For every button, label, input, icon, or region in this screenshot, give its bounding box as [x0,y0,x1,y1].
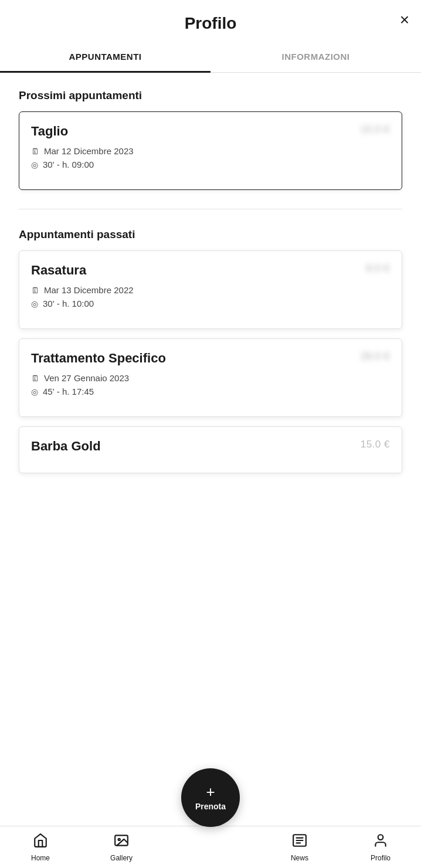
profilo-icon [373,833,388,852]
header: Profilo × [0,0,421,42]
past-appointment-name-0: Rasatura [31,263,86,278]
clock-icon-0: ◎ [31,299,38,308]
news-icon [292,833,307,852]
bottom-nav: Home Gallery News [0,826,421,868]
nav-label-news: News [291,854,308,862]
nav-item-home[interactable]: Home [0,833,81,862]
past-duration-time-1: 45' - h. 17:45 [43,386,94,396]
gallery-icon [114,833,129,852]
past-date-row-1: 🗓 Ven 27 Gennaio 2023 [31,373,390,383]
past-appointment-card-0[interactable]: Rasatura 8.0 € 🗓 Mar 13 Dicembre 2022 ◎ … [19,250,402,329]
home-icon [33,833,48,852]
past-appointment-card-1[interactable]: Trattamento Specifico 28.0 € 🗓 Ven 27 Ge… [19,338,402,417]
upcoming-appointment-card[interactable]: Taglio 15.0 € 🗓 Mar 12 Dicembre 2023 ◎ 3… [19,111,402,190]
past-appointment-price-2: 15.0 € [361,439,390,450]
prenota-button[interactable]: + Prenota [181,768,240,827]
nav-label-profilo: Profilo [371,854,391,862]
nav-item-gallery[interactable]: Gallery [81,833,162,862]
clock-icon: ◎ [31,160,38,169]
fab-label: Prenota [195,802,226,811]
card-header-1: Trattamento Specifico 28.0 € [31,351,390,366]
page-title: Profilo [185,14,237,33]
past-appointment-card-2-partial[interactable]: Barba Gold 15.0 € [19,426,402,473]
appointment-duration-time: 30' - h. 09:00 [43,160,94,169]
past-section: Appuntamenti passati Rasatura 8.0 € 🗓 Ma… [19,228,402,473]
tab-informazioni[interactable]: INFORMAZIONI [210,42,421,73]
past-time-row-1: ◎ 45' - h. 17:45 [31,386,390,396]
nav-item-news[interactable]: News [259,833,340,862]
past-date-1: Ven 27 Gennaio 2023 [44,373,129,383]
past-appointment-name-1: Trattamento Specifico [31,351,166,366]
close-button[interactable]: × [400,12,409,28]
tabs-container: APPUNTAMENTI INFORMAZIONI [0,42,421,73]
past-duration-time-0: 30' - h. 10:00 [43,299,94,308]
upcoming-section-title: Prossimi appuntamenti [19,89,402,102]
appointment-time-row: ◎ 30' - h. 09:00 [31,160,390,169]
past-appointment-price-0: 8.0 € [366,263,390,274]
card-header-2: Barba Gold 15.0 € [31,439,390,454]
clock-icon-1: ◎ [31,387,38,396]
past-time-row-0: ◎ 30' - h. 10:00 [31,299,390,308]
card-header-0: Rasatura 8.0 € [31,263,390,278]
svg-point-6 [378,835,383,840]
appointment-date: Mar 12 Dicembre 2023 [44,146,134,156]
appointment-price: 15.0 € [361,124,390,135]
calendar-icon-1: 🗓 [31,374,39,383]
nav-item-profilo[interactable]: Profilo [340,833,421,862]
upcoming-section: Prossimi appuntamenti Taglio 15.0 € 🗓 Ma… [19,89,402,190]
past-date-row-0: 🗓 Mar 13 Dicembre 2022 [31,285,390,295]
tab-appuntamenti[interactable]: APPUNTAMENTI [0,42,210,73]
past-appointment-price-1: 28.0 € [361,351,390,362]
section-divider [19,209,402,209]
nav-label-home: Home [31,854,50,862]
past-appointment-name-2: Barba Gold [31,439,101,454]
appointment-name: Taglio [31,124,68,139]
appointment-date-row: 🗓 Mar 12 Dicembre 2023 [31,146,390,156]
past-date-0: Mar 13 Dicembre 2022 [44,285,134,295]
card-header: Taglio 15.0 € [31,124,390,139]
past-section-title: Appuntamenti passati [19,228,402,241]
fab-plus-icon: + [206,784,215,799]
content-area: Prossimi appuntamenti Taglio 15.0 € 🗓 Ma… [0,73,421,544]
fab-container: + Prenota [181,768,240,827]
calendar-icon: 🗓 [31,147,39,156]
calendar-icon-0: 🗓 [31,286,39,295]
nav-label-gallery: Gallery [110,854,133,862]
svg-point-1 [118,838,120,840]
